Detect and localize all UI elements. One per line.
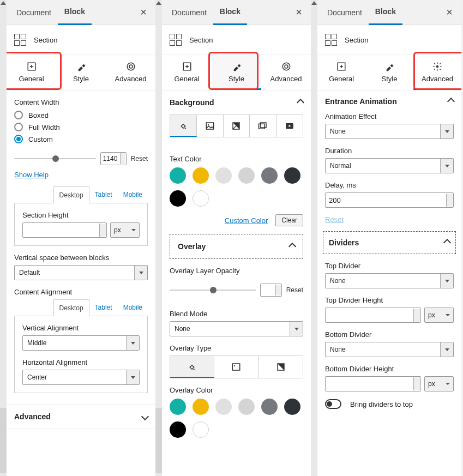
subtab-advanced[interactable]: Advanced (106, 55, 155, 90)
top-divider-height-input[interactable] (325, 308, 421, 323)
devtab2-mobile[interactable]: Mobile (118, 299, 148, 316)
swatch-white[interactable] (193, 421, 209, 438)
devtab2-desktop[interactable]: Desktop (53, 299, 89, 316)
vspace-label: Vertical space between blocks (14, 254, 148, 262)
advanced-accordion-label: Advanced (14, 412, 51, 421)
section-label: Section (34, 36, 57, 44)
devtab-mobile[interactable]: Mobile (118, 186, 148, 203)
bg-tab-image[interactable] (197, 115, 224, 137)
tab-document[interactable]: Document (165, 1, 213, 25)
radio-custom[interactable] (14, 135, 23, 143)
tab-block[interactable]: Block (369, 0, 402, 25)
subtab-style[interactable]: Style (212, 55, 261, 90)
halign-select[interactable]: Center (22, 370, 140, 385)
general-icon (182, 62, 192, 71)
swatch-lgray2[interactable] (238, 399, 255, 415)
content-align-label: Content Alignment (14, 288, 148, 296)
swatch-lgray[interactable] (215, 167, 232, 184)
blend-select[interactable]: None (170, 321, 303, 336)
subtab-general[interactable]: General (162, 55, 212, 90)
swatch-white[interactable] (193, 190, 209, 207)
overlay-label: Overlay (178, 242, 206, 251)
splitter-handle-icon[interactable] (156, 1, 161, 5)
swatch-teal[interactable] (170, 167, 186, 184)
sub-tabs: General Style Advanced (162, 55, 311, 91)
bottom-divider-height-unit[interactable]: px (424, 376, 454, 391)
custom-color-link[interactable]: Custom Color (225, 216, 268, 225)
show-help-link[interactable]: Show Help (14, 171, 148, 179)
swatch-black[interactable] (170, 190, 186, 207)
bg-tab-color[interactable] (170, 115, 197, 137)
scrollbar-thumb[interactable] (155, 408, 162, 473)
opacity-reset[interactable]: Reset (286, 286, 303, 294)
bottom-divider-height-input[interactable] (325, 376, 421, 391)
swatch-gray[interactable] (261, 167, 278, 184)
devtab2-tablet[interactable]: Tablet (89, 299, 118, 316)
anim-reset-link[interactable]: Reset (325, 215, 344, 224)
tab-block[interactable]: Block (213, 0, 247, 25)
background-accordion[interactable]: Background (162, 91, 311, 115)
duration-select[interactable]: Normal (325, 158, 454, 173)
close-icon[interactable]: × (441, 1, 458, 24)
opacity-slider[interactable] (170, 290, 256, 291)
vspace-select[interactable]: Default (14, 265, 148, 280)
chevron-down-icon (142, 412, 148, 421)
bg-tab-slider[interactable] (250, 115, 276, 137)
width-reset[interactable]: Reset (131, 155, 148, 162)
swatch-gold[interactable] (193, 167, 209, 184)
top-tabs: Document Block × (7, 0, 155, 25)
tab-document[interactable]: Document (321, 1, 369, 25)
bottom-divider-select[interactable]: None (325, 342, 454, 357)
swatch-lgray2[interactable] (238, 167, 255, 184)
devtab-desktop[interactable]: Desktop (53, 186, 89, 203)
swatch-dark[interactable] (284, 399, 300, 415)
width-slider[interactable] (14, 158, 96, 159)
section-height-unit[interactable]: px (110, 222, 140, 238)
advanced-accordion[interactable]: Advanced (7, 404, 155, 429)
swatch-gold[interactable] (193, 399, 209, 415)
entrance-accordion[interactable]: Entrance Animation (317, 91, 461, 112)
swatch-black[interactable] (170, 421, 186, 438)
swatch-lgray[interactable] (215, 399, 232, 415)
tab-block[interactable]: Block (58, 0, 92, 25)
radio-boxed[interactable] (14, 111, 23, 119)
scrollbar-thumb[interactable] (0, 408, 7, 473)
splitter-handle-icon[interactable] (311, 1, 317, 5)
splitter-handle-icon[interactable] (1, 1, 6, 5)
delay-input[interactable]: 200 (325, 192, 454, 208)
swatch-gray[interactable] (261, 399, 278, 415)
panel-advanced: Document Block × Section General Style A… (317, 0, 461, 476)
bg-tab-video[interactable] (276, 115, 303, 137)
devtab-tablet[interactable]: Tablet (89, 186, 118, 203)
ov-tab-image[interactable] (214, 356, 258, 378)
subtab-general[interactable]: General (7, 55, 56, 90)
ov-tab-gradient[interactable] (259, 356, 303, 378)
bring-toggle[interactable] (325, 399, 341, 409)
subtab-general[interactable]: General (317, 55, 365, 90)
swatch-dark[interactable] (284, 167, 300, 184)
dividers-accordion[interactable]: Dividers (323, 231, 456, 254)
valign-select[interactable]: Middle (22, 335, 140, 351)
radio-full[interactable] (14, 123, 23, 131)
image-icon (231, 362, 241, 372)
section-height-input[interactable] (22, 222, 107, 238)
subtab-style[interactable]: Style (365, 55, 413, 90)
ov-tab-color[interactable] (170, 356, 214, 378)
top-divider-select[interactable]: None (325, 273, 454, 288)
subtab-advanced[interactable]: Advanced (413, 55, 461, 90)
tab-document[interactable]: Document (10, 1, 58, 25)
bg-tab-gradient[interactable] (224, 115, 250, 137)
swatch-teal[interactable] (170, 399, 186, 415)
width-input[interactable]: 1140 (100, 152, 127, 165)
subtab-advanced[interactable]: Advanced (261, 55, 311, 90)
top-divider-height-unit[interactable]: px (424, 308, 454, 323)
subtab-style[interactable]: Style (56, 55, 106, 90)
overlay-accordion[interactable]: Overlay (170, 234, 303, 259)
opacity-input[interactable] (260, 284, 282, 297)
close-icon[interactable]: × (290, 1, 308, 24)
close-icon[interactable]: × (135, 1, 152, 24)
advanced-icon (281, 62, 291, 71)
effect-select[interactable]: None (325, 124, 454, 139)
style-icon (76, 62, 86, 71)
clear-button[interactable]: Clear (275, 214, 303, 226)
